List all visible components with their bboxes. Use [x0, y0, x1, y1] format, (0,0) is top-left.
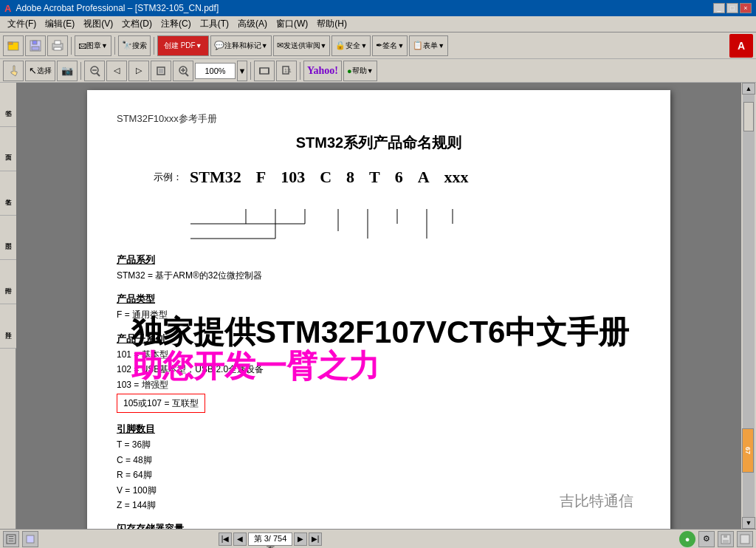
svg-rect-17: [260, 68, 269, 74]
print-button[interactable]: [47, 35, 68, 56]
form-icon: 📋: [413, 41, 423, 50]
toolbar2: ↖ 选择 📷 ◁ ▷ 100% ▼: [0, 59, 756, 83]
menu-window[interactable]: 窗口(W): [272, 16, 312, 32]
save-button[interactable]: [25, 35, 46, 56]
pin-item-2: R = 64脚: [117, 467, 641, 482]
sign-button[interactable]: ✒ 签名 ▼: [372, 35, 408, 56]
titlebar-controls: _ □ ×: [713, 3, 752, 13]
first-page-button[interactable]: |◀: [219, 532, 232, 546]
help-button[interactable]: ● 帮助 ▼: [343, 61, 377, 81]
separator4: [80, 62, 81, 80]
section-content-series: STM32 = 基于ARM®的32位微控制器: [117, 268, 641, 283]
example-row: 示例： STM32 F 103 C 8 T 6 A xxx: [117, 168, 641, 187]
svg-rect-38: [740, 535, 749, 544]
next-view-button[interactable]: ▷: [128, 61, 149, 81]
char-a: A: [418, 168, 430, 187]
stamp-button[interactable]: 🖂 图章 ▼: [75, 35, 111, 56]
bookmarks-tab[interactable]: 书签: [0, 83, 16, 127]
status-save-icon2[interactable]: [718, 531, 734, 547]
connection-status-icon: ●: [679, 531, 695, 547]
svg-rect-4: [32, 47, 39, 50]
menu-document[interactable]: 文档(D): [117, 16, 157, 32]
menu-advanced[interactable]: 高级(A): [233, 16, 272, 32]
section-title-pins: 引脚数目: [117, 422, 641, 436]
yahoo-button[interactable]: Yahoo!: [303, 61, 342, 81]
status-settings-icon[interactable]: ⚙: [698, 531, 715, 547]
pages-tab[interactable]: 页面: [0, 127, 16, 171]
security-button[interactable]: 🔒 安全 ▼: [331, 35, 371, 56]
page-thumbnail-icon: 67: [742, 428, 754, 473]
create-pdf-button[interactable]: 创建 PDF ▼: [157, 35, 209, 56]
previous-view-button[interactable]: ◁: [106, 61, 127, 81]
char-c: C: [320, 168, 331, 187]
right-scrollbar-panel: ▲ 67 ▼: [741, 83, 756, 529]
fit-width-button[interactable]: [254, 61, 275, 81]
acrobat-logo: A: [729, 34, 753, 58]
create-pdf-icon: 创建 PDF: [164, 41, 196, 51]
separator1: [71, 37, 72, 55]
actual-size-button[interactable]: 1:1: [276, 61, 297, 81]
nav4-tab[interactable]: 注释: [0, 304, 16, 349]
zoom-display[interactable]: 100%: [195, 63, 236, 79]
help-icon: ●: [347, 66, 352, 75]
nav1-tab[interactable]: 签名: [0, 171, 16, 216]
char-6: 6: [395, 168, 403, 187]
zoom-dropdown-button[interactable]: ▼: [237, 61, 247, 81]
menu-tools[interactable]: 工具(T): [196, 16, 233, 32]
separator2: [114, 37, 115, 55]
next-page-button[interactable]: ▶: [294, 532, 307, 546]
scroll-thumb[interactable]: [743, 102, 754, 131]
menu-edit[interactable]: 编辑(E): [41, 16, 79, 32]
nav2-tab[interactable]: 图层: [0, 216, 16, 260]
select-tool-button[interactable]: ↖ 选择: [25, 61, 55, 81]
title-text: Adobe Acrobat Professional – [STM32-105_…: [16, 3, 219, 13]
menu-comment[interactable]: 注释(C): [157, 16, 196, 32]
send-review-button[interactable]: ✉ 发送供审阅 ▼: [273, 35, 331, 56]
open-file-button[interactable]: [3, 35, 24, 56]
form-button[interactable]: 📋 表单 ▼: [409, 35, 448, 56]
minimize-button[interactable]: _: [713, 3, 725, 13]
status-save-icon[interactable]: [22, 531, 38, 547]
page-input[interactable]: 第 3/ 754 页: [248, 532, 292, 546]
scroll-down-button[interactable]: ▼: [742, 517, 755, 529]
svg-line-16: [185, 73, 188, 76]
subseries-item-3: 105或107 = 互联型: [117, 392, 641, 413]
naming-diagram: [117, 209, 648, 250]
nav3-tab[interactable]: 附件: [0, 260, 16, 304]
svg-rect-37: [723, 540, 729, 543]
maximize-button[interactable]: □: [726, 3, 738, 13]
svg-rect-6: [55, 41, 61, 44]
svg-text:☰: ☰: [8, 535, 14, 543]
menubar: 文件(F) 编辑(E) 视图(V) 文档(D) 注释(C) 工具(T) 高级(A…: [0, 16, 756, 32]
pdf-page: STM32F10xxx参考手册 STM32系列产品命名规则 示例： STM32 …: [87, 90, 670, 529]
fit-page-button[interactable]: [151, 61, 171, 81]
search-button[interactable]: 🔭 搜索: [118, 35, 151, 56]
menu-view[interactable]: 视图(V): [79, 16, 117, 32]
close-button[interactable]: ×: [740, 3, 752, 13]
status-left-icon[interactable]: ☰: [3, 531, 19, 547]
zoom-in-button[interactable]: [173, 61, 193, 81]
form-dropdown: ▼: [438, 42, 444, 49]
svg-rect-34: [27, 535, 34, 543]
statusbar: ☰ |◀ ◀ 第 3/ 754 页 ▶ ▶| ● ⚙: [0, 529, 756, 548]
create-dropdown: ▼: [196, 42, 202, 49]
zoom-out-button[interactable]: [84, 61, 105, 81]
scroll-up-button[interactable]: ▲: [742, 83, 755, 95]
example-label: 示例：: [154, 171, 182, 184]
menu-file[interactable]: 文件(F): [3, 16, 41, 32]
comment-dropdown: ▼: [261, 42, 268, 49]
svg-rect-7: [54, 47, 61, 50]
comment-button[interactable]: 💬 注释和标记 ▼: [210, 35, 272, 56]
hand-tool-button[interactable]: [3, 61, 24, 81]
svg-rect-12: [159, 69, 163, 73]
menu-help[interactable]: 帮助(H): [312, 16, 351, 32]
scroll-track[interactable]: 67: [743, 95, 755, 517]
status-icon3[interactable]: [737, 531, 753, 547]
overlay-text: 独家提供STM32F107VCT6中文手册 助您开发一臂之力: [131, 315, 663, 383]
watermark: 吉比特通信: [560, 491, 633, 511]
last-page-button[interactable]: ▶|: [309, 532, 322, 546]
snapshot-button[interactable]: 📷: [57, 61, 78, 81]
cursor-icon: ↖: [29, 65, 37, 76]
prev-page-button[interactable]: ◀: [233, 532, 247, 546]
separator6: [300, 62, 300, 80]
